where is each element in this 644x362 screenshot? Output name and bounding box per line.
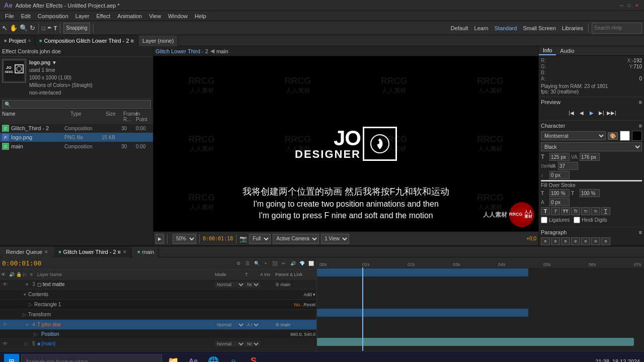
layer-row-4[interactable]: 👁 ▾ 4 T john doe Normal A Inv ⑤	[0, 320, 316, 330]
preview-prev[interactable]: ◀	[577, 108, 586, 117]
tool-text[interactable]: T	[54, 25, 57, 31]
timeline-ctrl-7[interactable]: 💎	[298, 260, 305, 267]
layer-5-trk[interactable]: None	[245, 341, 260, 347]
justify-left-btn[interactable]: ≡	[571, 237, 580, 245]
tab-info[interactable]: Info	[539, 46, 556, 55]
search-help-input[interactable]	[592, 23, 642, 34]
workspace-libraries[interactable]: Libraries	[560, 25, 585, 31]
menu-animation[interactable]: Animation	[114, 12, 145, 20]
views-select[interactable]: 1 View	[321, 234, 349, 244]
layer-4-vis[interactable]: 👁	[1, 322, 9, 327]
timeline-ctrl-1[interactable]: ⚙	[235, 260, 242, 267]
tool-pen[interactable]: ✒	[47, 25, 52, 31]
tool-zoom[interactable]: 🔍	[20, 24, 28, 32]
comp-viewport[interactable]: RRCG人人素材 RRCG人人素材 RRCG人人素材 RRCG人人素材 RRCG…	[153, 56, 538, 231]
style-italic-btn[interactable]: T	[551, 207, 560, 215]
render-queue-close[interactable]: ✕	[44, 249, 48, 254]
timeline-comp-close[interactable]: ✕	[123, 249, 127, 254]
project-item-glitch[interactable]: C Glitch_Third - 2 Composition 30 0:00	[0, 124, 153, 133]
layer-4-pos-expand[interactable]: ▷	[32, 331, 39, 337]
workspace-default[interactable]: Default	[449, 25, 470, 31]
tool-rotate[interactable]: ↻	[30, 24, 35, 32]
hindi-digits-checkbox[interactable]	[574, 217, 580, 223]
tab-project[interactable]: ■ Project ≡	[0, 35, 35, 46]
tracking-input[interactable]	[558, 162, 578, 170]
justify-center-btn[interactable]: ≡	[581, 237, 590, 245]
tab-audio[interactable]: Audio	[556, 47, 578, 55]
track-bar-5[interactable]	[317, 338, 634, 346]
layer-4-expand[interactable]: ▾	[23, 322, 30, 327]
maximize-button[interactable]: □	[626, 2, 632, 9]
track-bar-3[interactable]	[317, 268, 528, 277]
layer-5-mode[interactable]: Normal	[215, 341, 245, 347]
breadcrumb-main[interactable]: main	[216, 48, 228, 54]
timeline-ctrl-4[interactable]: ⬛	[271, 260, 278, 267]
tab-timeline-comp[interactable]: ■ Glitch Lower Third - 2 ≡ ✕	[54, 246, 131, 257]
breadcrumb-comp[interactable]: Glitch Lower Third - 2	[155, 48, 208, 54]
layer-3-rect-reset[interactable]: Reset	[303, 302, 315, 307]
layer-5-expand[interactable]: ▷	[23, 341, 30, 346]
zoom-select[interactable]: 50%	[173, 234, 196, 244]
font-color-swatch-black[interactable]	[632, 131, 642, 141]
justify-right-btn[interactable]: ≡	[591, 237, 600, 245]
workspace-learn[interactable]: Learn	[472, 25, 491, 31]
char-menu-icon[interactable]: ≡	[639, 123, 642, 129]
menu-help[interactable]: Help	[192, 12, 209, 20]
taskbar-app-explorer[interactable]: 📁	[164, 352, 182, 363]
menu-effect[interactable]: Effect	[93, 12, 113, 20]
snapping-button[interactable]: Snapping	[63, 23, 90, 34]
font-color-swatch-white[interactable]	[620, 131, 630, 141]
scale-h-input[interactable]	[549, 189, 570, 197]
project-item-logo[interactable]: P logo.png PNG file 15 KB	[0, 133, 153, 142]
preview-play[interactable]: ▶	[587, 108, 596, 117]
baseline-input[interactable]	[549, 198, 570, 206]
layer-row-3-transform[interactable]: ▷ Transform	[0, 310, 316, 320]
tab-timeline-main[interactable]: ■ main	[133, 246, 158, 257]
scale-v-input[interactable]	[580, 189, 600, 197]
timeline-timecode[interactable]: 0:00:01:00	[2, 259, 41, 267]
tool-shape[interactable]: □	[42, 25, 45, 31]
ligatures-checkbox[interactable]	[541, 217, 547, 223]
tool-hand[interactable]: ✋	[10, 24, 18, 32]
preview-first[interactable]: |◀	[567, 108, 576, 117]
camera-select[interactable]: Active Camera	[273, 234, 319, 244]
workspace-standard[interactable]: Standard	[493, 25, 519, 31]
taskbar-search-input[interactable]	[21, 354, 162, 363]
taskbar-app-browser[interactable]: 🌐	[204, 352, 222, 363]
layer-3-vis[interactable]: 👁	[1, 282, 9, 287]
menu-file[interactable]: File	[2, 12, 17, 20]
para-menu-icon[interactable]: ≡	[639, 229, 642, 235]
ligatures-label[interactable]: Ligatures	[541, 217, 570, 223]
tab-layer[interactable]: Layer (none)	[138, 35, 178, 46]
layer-row-3-rect[interactable]: ▷ Rectangle 1 No... Reset	[0, 300, 316, 310]
layer-4-trk[interactable]: A Inv	[245, 322, 260, 328]
preview-next[interactable]: ▶|	[597, 108, 606, 117]
align-right-btn[interactable]: ≡	[561, 237, 570, 245]
layer-3-transform-expand[interactable]: ▷	[21, 312, 28, 317]
taskbar-app-edge[interactable]: e	[224, 352, 243, 363]
taskbar-app-s[interactable]: S	[245, 352, 263, 363]
layer-row-3[interactable]: 👁 ▾ 3 ◻ text matte Normal None ⑤	[0, 280, 316, 290]
title-bar-controls[interactable]: ─ □ ✕	[618, 2, 640, 9]
font-color-btn[interactable]: 🎨	[608, 132, 618, 140]
layer-row-3-contents[interactable]: ▾ Contents Add ▾	[0, 290, 316, 300]
layer-3-trk[interactable]: None	[245, 282, 260, 288]
leading-input[interactable]	[549, 171, 570, 179]
timeline-search-btn[interactable]: 🔍	[253, 260, 260, 267]
playhead[interactable]	[362, 267, 363, 351]
hindi-digits-label[interactable]: Hindi Digits	[574, 217, 607, 223]
track-bar-4[interactable]	[317, 309, 528, 317]
style-TT-btn[interactable]: TT	[561, 207, 570, 215]
layer-3-contents-expand[interactable]: ▾	[21, 292, 28, 297]
menu-view[interactable]: View	[146, 12, 164, 20]
timeline-ruler[interactable]: 00s 01s 02s 03s 04s 05s 06s 07s	[317, 257, 644, 267]
timeline-ctrl-3[interactable]: +	[262, 260, 269, 267]
kerning-input[interactable]	[580, 153, 600, 161]
tab-render-queue[interactable]: Render Queue ✕	[2, 246, 52, 257]
style-T-score-btn[interactable]: T̲	[601, 207, 610, 215]
project-search-input[interactable]	[2, 100, 151, 109]
font-size-input[interactable]	[549, 153, 570, 161]
layer-3-rect-expand[interactable]: ▷	[27, 302, 34, 307]
menu-edit[interactable]: Edit	[18, 12, 34, 20]
timeline-tracks[interactable]	[317, 267, 644, 351]
